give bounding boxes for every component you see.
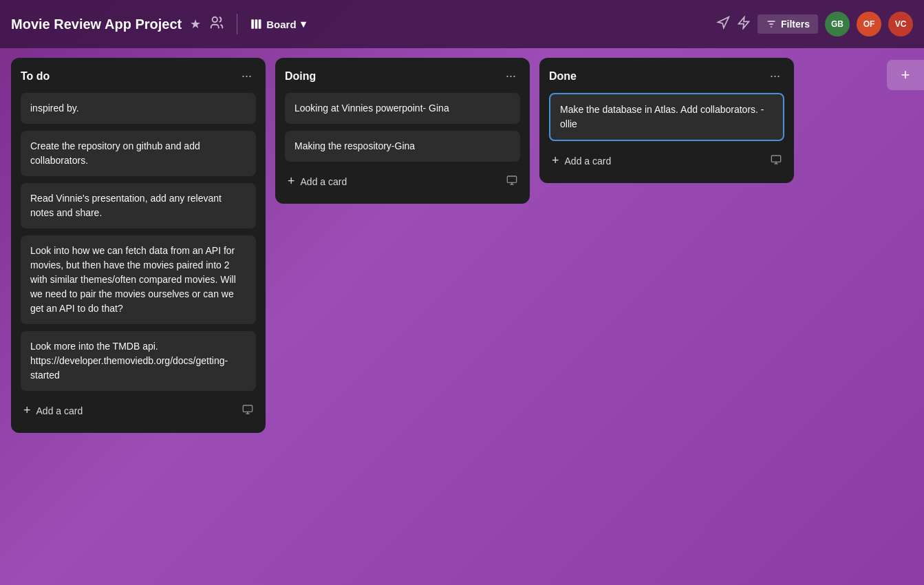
column-title-todo: To do [21,70,50,83]
svg-rect-9 [243,405,252,412]
svg-rect-3 [259,19,261,29]
column-header-doing: Doing··· [285,67,520,85]
column-title-done: Done [549,70,577,83]
board: To do···inspired by.Create the repositor… [0,48,924,585]
add-card-label: Add a card [36,405,83,416]
avatar-vc[interactable]: VC [888,12,913,36]
card-item[interactable]: Making the respository-Gina [285,131,520,162]
column-header-done: Done··· [549,67,784,85]
card-item[interactable]: inspired by. [21,93,256,124]
svg-marker-5 [738,17,749,28]
svg-rect-2 [255,19,258,29]
template-icon [242,404,253,418]
card-item[interactable]: Create the repository on github and add … [21,131,256,176]
add-card-label: Add a card [565,156,612,167]
column-header-todo: To do··· [21,67,256,85]
card-item[interactable]: Look into how we can fetch data from an … [21,235,256,324]
header-right: Filters GB OF VC [716,12,913,36]
page-title: Movie Review App Project [11,17,182,32]
send-icon[interactable] [716,16,730,33]
header-separator [237,14,237,34]
column-menu-done[interactable]: ··· [766,67,784,85]
add-column-button[interactable]: + [887,60,924,90]
card-item[interactable]: Make the database in Atlas. Add collabor… [549,93,784,141]
add-card-button-done[interactable]: +Add a card [549,148,784,173]
avatar-of[interactable]: OF [857,12,881,36]
svg-point-0 [213,17,217,21]
people-icon[interactable] [209,15,224,34]
plus-icon: + [552,153,559,168]
add-card-button-doing[interactable]: +Add a card [285,169,520,194]
add-card-label: Add a card [301,176,347,187]
bolt-icon[interactable] [737,16,751,33]
add-card-button-todo[interactable]: +Add a card [21,398,256,423]
column-menu-todo[interactable]: ··· [237,67,256,85]
svg-rect-12 [507,176,516,182]
svg-rect-1 [251,19,254,29]
plus-icon: + [288,174,295,189]
plus-icon: + [23,403,31,418]
board-view-selector[interactable]: Board ▾ [250,18,305,30]
filters-button[interactable]: Filters [758,14,818,34]
template-icon [506,175,517,189]
svg-marker-4 [718,17,729,28]
column-todo: To do···inspired by.Create the repositor… [11,58,266,433]
template-icon [771,154,782,168]
star-icon[interactable]: ★ [190,17,201,32]
chevron-down-icon[interactable]: ▾ [301,18,306,30]
column-title-doing: Doing [285,70,316,83]
filters-label: Filters [781,19,810,30]
column-done: Done···Make the database in Atlas. Add c… [539,58,794,183]
column-doing: Doing···Looking at Vinnies powerpoint- G… [275,58,530,204]
card-item[interactable]: Looking at Vinnies powerpoint- Gina [285,93,520,124]
card-item[interactable]: Read Vinnie's presentation, add any rele… [21,183,256,228]
avatar-gb[interactable]: GB [825,12,850,36]
svg-rect-15 [771,156,780,162]
card-item[interactable]: Look more into the TMDB api. https://dev… [21,331,256,391]
column-menu-doing[interactable]: ··· [502,67,520,85]
header: Movie Review App Project ★ Board ▾ Filte… [0,0,924,48]
board-label-text: Board [266,19,296,30]
